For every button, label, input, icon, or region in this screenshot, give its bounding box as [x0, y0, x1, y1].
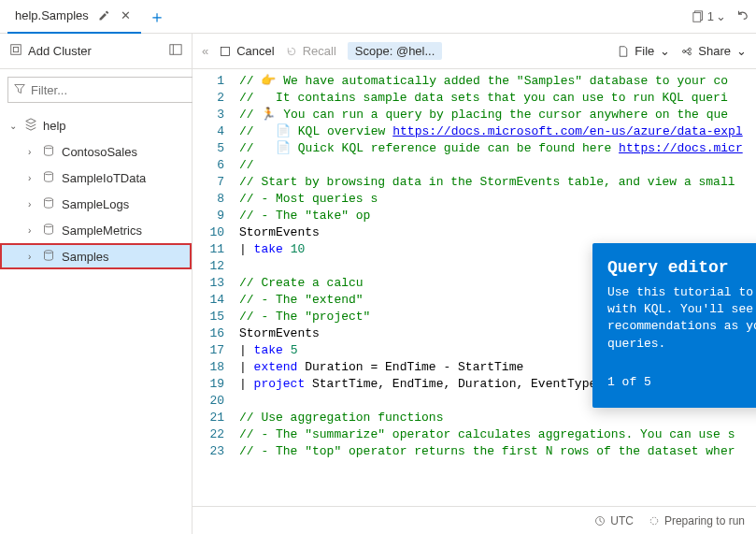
chevron-right-icon: ›	[28, 252, 37, 262]
new-tab-button[interactable]: ＋	[149, 6, 165, 28]
undo-icon[interactable]	[735, 8, 749, 24]
recall-button[interactable]: Recall	[286, 44, 336, 58]
database-icon	[43, 250, 56, 264]
tree-db-item[interactable]: › SampleIoTData	[0, 165, 192, 191]
cancel-button[interactable]: Cancel	[220, 44, 274, 58]
query-editor[interactable]: 1234567891011121314151617181920212223 //…	[193, 69, 756, 506]
chevron-down-icon: ⌄	[660, 44, 670, 58]
chevron-right-icon: ›	[28, 199, 37, 209]
tree-db-item[interactable]: › SampleLogs	[0, 191, 192, 217]
status-bar: UTC Preparing to run	[193, 506, 756, 534]
popup-title: Query editor	[607, 258, 756, 277]
tab-bar: help.Samples ✕ ＋ 1 ⌄	[0, 0, 756, 34]
cluster-icon	[9, 43, 22, 59]
svg-rect-1	[693, 12, 701, 22]
layers-icon	[24, 118, 37, 134]
scope-selector[interactable]: Scope: @hel...	[348, 42, 443, 60]
tutorial-popup: ✕ Query editor Use this tutorial to fami…	[592, 243, 756, 408]
tab-title: help.Samples	[15, 8, 89, 22]
run-status: Preparing to run	[649, 514, 745, 527]
tree-item-label: SampleLogs	[62, 197, 129, 211]
add-cluster-button[interactable]: Add Cluster	[28, 44, 92, 58]
tree-item-label: SampleIoTData	[62, 171, 146, 185]
svg-point-10	[45, 250, 53, 253]
svg-rect-11	[221, 47, 230, 55]
share-menu[interactable]: Share ⌄	[681, 44, 747, 58]
chevron-down-icon: ⌄	[716, 9, 726, 23]
timezone-indicator[interactable]: UTC	[594, 514, 634, 527]
filter-icon	[14, 83, 25, 97]
tree-item-label: SampleMetrics	[62, 224, 142, 238]
pencil-icon[interactable]	[96, 8, 111, 23]
cluster-panel: Add Cluster ⌄	[0, 34, 193, 534]
tree-db-item[interactable]: › SampleMetrics	[0, 217, 192, 243]
close-icon[interactable]: ✕	[119, 8, 134, 23]
tree-root-label: help	[43, 119, 66, 133]
chevron-down-icon: ⌄	[9, 121, 19, 131]
tree-db-item[interactable]: › ContosoSales	[0, 138, 192, 165]
tree-item-label: ContosoSales	[62, 145, 137, 159]
database-icon	[43, 145, 56, 159]
copy-count: 1	[707, 9, 714, 23]
database-icon	[43, 197, 56, 211]
collapse-panel-icon[interactable]	[169, 43, 182, 59]
filter-input[interactable]	[31, 83, 188, 97]
svg-rect-4	[170, 45, 181, 55]
svg-point-8	[45, 197, 53, 200]
popup-step-counter: 1 of 5	[607, 375, 753, 389]
tree-item-label: Samples	[62, 250, 109, 264]
svg-point-6	[45, 145, 53, 148]
tree-cluster-root[interactable]: ⌄ help	[0, 112, 192, 138]
chevron-down-icon: ⌄	[736, 44, 747, 58]
filter-input-wrap[interactable]	[7, 77, 194, 103]
svg-point-7	[45, 171, 53, 174]
svg-rect-2	[11, 45, 21, 55]
svg-rect-3	[13, 47, 18, 51]
cluster-tree: ⌄ help › ContosoSales › SampleIoTData	[0, 107, 192, 275]
svg-point-13	[650, 517, 658, 525]
tab-active[interactable]: help.Samples ✕	[7, 0, 141, 34]
query-toolbar: « Cancel Recall Scope: @hel... File	[193, 34, 756, 69]
history-back-button[interactable]: «	[202, 44, 208, 58]
chevron-right-icon: ›	[28, 147, 37, 157]
tree-db-item-selected[interactable]: › Samples	[0, 243, 192, 269]
popup-body: Use this tutorial to familiarize yoursel…	[607, 284, 756, 353]
svg-point-9	[45, 224, 53, 226]
database-icon	[43, 224, 56, 238]
chevron-right-icon: ›	[28, 225, 37, 236]
file-menu[interactable]: File ⌄	[618, 44, 670, 58]
database-icon	[43, 171, 56, 185]
line-gutter: 1234567891011121314151617181920212223	[193, 69, 232, 506]
copy-tabs-button[interactable]: 1 ⌄	[692, 9, 726, 23]
chevron-right-icon: ›	[28, 173, 37, 183]
